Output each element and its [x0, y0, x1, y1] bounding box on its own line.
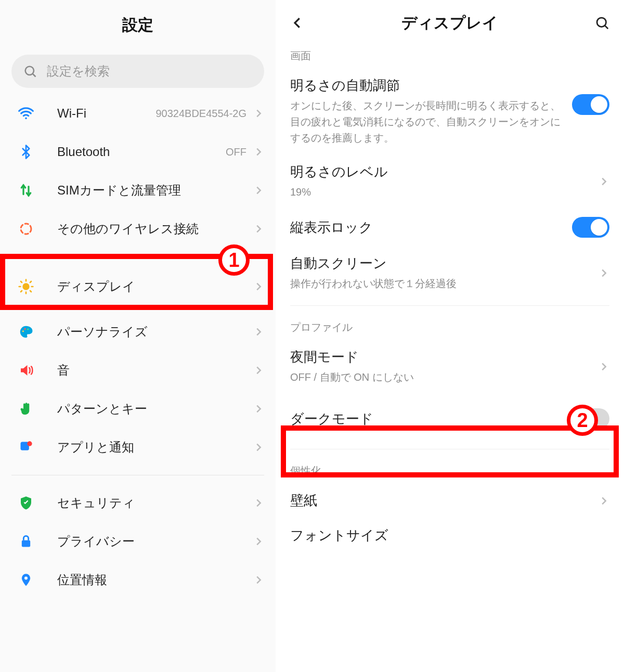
item-title: 夜間モード [290, 348, 587, 366]
divider [11, 475, 264, 475]
svg-point-0 [25, 67, 34, 75]
display-settings-pane: ディスプレイ 画面 明るさの自動調節 オンにした後、スクリーンが長時間に明るく表… [276, 0, 624, 672]
chevron-right-icon [253, 403, 264, 415]
back-button[interactable] [287, 12, 308, 33]
item-title: 壁紙 [290, 492, 587, 510]
chevron-right-icon [253, 108, 264, 119]
item-label: Wi-Fi [57, 106, 155, 121]
item-personalize[interactable]: パーソナライズ [0, 313, 276, 351]
item-pattern-key[interactable]: パターンとキー [0, 390, 276, 428]
chevron-right-icon [253, 146, 264, 158]
item-label: Bluetooth [57, 145, 226, 159]
svg-point-13 [22, 330, 24, 332]
item-label: プライバシー [57, 533, 253, 550]
page-title: 設定 [0, 0, 276, 45]
item-sound[interactable]: 音 [0, 351, 276, 390]
item-wallpaper[interactable]: 壁紙 [276, 483, 624, 518]
svg-line-21 [605, 26, 608, 29]
chevron-right-icon [253, 326, 264, 338]
item-label: SIMカードと流量管理 [57, 182, 253, 199]
svg-line-12 [21, 291, 22, 292]
item-subtitle: OFF / 自動で ON にしない [290, 369, 587, 385]
svg-point-4 [22, 283, 29, 290]
chevron-right-icon [598, 176, 609, 187]
item-label: アプリと通知 [57, 439, 253, 456]
shield-icon [17, 494, 35, 512]
item-display[interactable]: ディスプレイ [0, 261, 276, 313]
chevron-right-icon [253, 223, 264, 235]
svg-point-19 [24, 576, 28, 579]
chevron-right-icon [253, 442, 264, 453]
svg-line-11 [30, 281, 31, 282]
section-title-profile: プロファイル [276, 311, 624, 340]
section-title-personalization: 個性化 [276, 455, 624, 483]
lock-icon [17, 532, 35, 551]
item-label: パーソナライズ [57, 324, 253, 340]
divider [290, 305, 609, 306]
search-input[interactable]: 設定を検索 [11, 55, 264, 88]
item-privacy[interactable]: プライバシー [0, 522, 276, 561]
item-font-size[interactable]: フォントサイズ [276, 518, 624, 553]
item-wifi[interactable]: Wi-Fi 90324BDE4554-2G [0, 94, 276, 133]
wireless-icon [17, 219, 35, 238]
item-night-mode[interactable]: 夜間モード OFF / 自動で ON にしない [276, 340, 624, 394]
item-brightness-level[interactable]: 明るさのレベル 19% [276, 154, 624, 209]
svg-line-9 [21, 281, 22, 282]
item-label: パターンとキー [57, 400, 253, 417]
item-auto-screen[interactable]: 自動スクリーン 操作が行われない状態で１分経過後 [276, 246, 624, 300]
page-title: ディスプレイ [308, 12, 592, 34]
item-subtitle: 19% [290, 184, 587, 200]
chevron-right-icon [253, 281, 264, 292]
item-label: 位置情報 [57, 572, 253, 588]
chevron-right-icon [253, 365, 264, 376]
item-other-wireless[interactable]: その他のワイヤレス接続 [0, 210, 276, 248]
chevron-right-icon [598, 267, 609, 279]
item-portrait-lock[interactable]: 縦表示ロック [276, 209, 624, 246]
chevron-right-icon [253, 536, 264, 547]
chevron-right-icon [598, 361, 609, 372]
apps-icon [17, 438, 35, 457]
item-label: ディスプレイ [57, 278, 253, 295]
search-placeholder: 設定を検索 [47, 63, 110, 80]
item-location[interactable]: 位置情報 [0, 561, 276, 599]
hand-icon [17, 399, 35, 418]
item-title: 自動スクリーン [290, 254, 587, 273]
item-subtitle: 操作が行われない状態で１分経過後 [290, 276, 587, 292]
toggle-auto-brightness[interactable] [572, 94, 609, 115]
item-sim[interactable]: SIMカードと流量管理 [0, 171, 276, 210]
settings-list: Wi-Fi 90324BDE4554-2G Bluetooth OFF SIMカ… [0, 94, 276, 599]
item-dark-mode[interactable]: ダークモード [276, 394, 624, 444]
settings-pane: 設定 設定を検索 Wi-Fi 90324BDE4554-2G Blu [0, 0, 276, 672]
svg-point-15 [27, 328, 29, 330]
chevron-right-icon [253, 497, 264, 509]
item-apps-notifications[interactable]: アプリと通知 [0, 428, 276, 467]
toggle-dark-mode[interactable] [572, 408, 609, 429]
wifi-icon [17, 104, 35, 123]
item-security[interactable]: セキュリティ [0, 484, 276, 522]
toggle-portrait-lock[interactable] [572, 217, 609, 238]
search-button[interactable] [592, 12, 613, 33]
palette-icon [17, 322, 35, 341]
svg-point-2 [25, 117, 27, 119]
svg-line-10 [30, 291, 31, 292]
item-label: セキュリティ [57, 495, 253, 511]
item-label: 音 [57, 362, 253, 379]
bluetooth-icon [17, 143, 35, 161]
item-title: 明るさの自動調節 [290, 76, 564, 95]
svg-point-17 [27, 441, 32, 446]
svg-rect-18 [22, 540, 30, 547]
svg-point-20 [597, 18, 606, 27]
header: ディスプレイ [276, 0, 624, 46]
item-auto-brightness[interactable]: 明るさの自動調節 オンにした後、スクリーンが長時間に明るく表示すると、目の疲れと… [276, 68, 624, 154]
sim-icon [17, 181, 35, 200]
divider [290, 449, 609, 449]
item-bluetooth[interactable]: Bluetooth OFF [0, 133, 276, 171]
svg-point-14 [24, 328, 26, 330]
item-title: 縦表示ロック [290, 218, 564, 237]
volume-icon [17, 361, 35, 380]
chevron-right-icon [253, 185, 264, 196]
item-value: OFF [226, 146, 246, 158]
location-icon [17, 571, 35, 589]
svg-line-1 [33, 74, 35, 76]
item-title: 明るさのレベル [290, 163, 587, 181]
